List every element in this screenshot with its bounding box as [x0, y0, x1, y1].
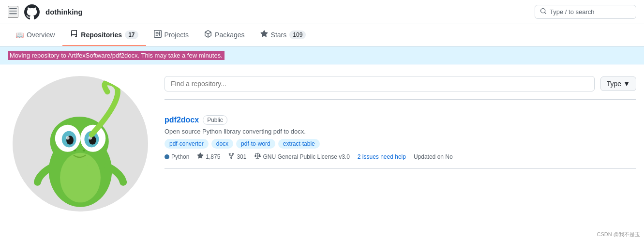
- repo-forks[interactable]: 301: [228, 152, 246, 161]
- tab-projects-label: Projects: [165, 31, 189, 39]
- repo-issues: 2 issues need help: [358, 153, 406, 160]
- tab-repositories-label: Repositories: [81, 31, 122, 39]
- repo-item: pdf2docx Public Open source Python libra…: [165, 107, 636, 169]
- stars-count: 1,875: [206, 153, 220, 160]
- site-header: dothinking Type / to search: [0, 0, 644, 24]
- main-content: Type ▼ pdf2docx Public Open source Pytho…: [0, 64, 644, 223]
- repo-updated: Updated on No: [414, 153, 453, 160]
- language-color-dot: [165, 154, 169, 159]
- profile-nav: 📖 Overview Repositories 17 Projects Pack…: [0, 24, 644, 46]
- search-icon: [540, 8, 547, 16]
- repo-stars[interactable]: 1,875: [197, 152, 220, 161]
- repo-name-row: pdf2docx Public: [165, 115, 636, 125]
- moving-banner: Moving repository to ArtifexSoftware/pdf…: [0, 46, 644, 64]
- repo-search-row: Type ▼: [165, 76, 636, 91]
- svg-point-12: [83, 150, 86, 151]
- fork-icon: [228, 152, 235, 161]
- license-text: GNU General Public License v3.0: [263, 153, 349, 160]
- repo-area: Type ▼ pdf2docx Public Open source Pytho…: [165, 76, 636, 212]
- svg-point-9: [66, 136, 69, 139]
- tab-overview-label: Overview: [27, 31, 55, 39]
- tab-projects[interactable]: Projects: [146, 24, 197, 46]
- github-logo: [24, 4, 40, 20]
- repo-topics: pdf-converter docx pdf-to-word extract-t…: [165, 139, 636, 149]
- header-left: dothinking: [8, 4, 83, 20]
- repo-license: GNU General Public License v3.0: [254, 152, 349, 161]
- tab-stars-label: Stars: [271, 31, 287, 39]
- hamburger-button[interactable]: [8, 6, 18, 18]
- repo-meta: Python 1,875 301: [165, 152, 636, 161]
- tab-packages[interactable]: Packages: [196, 24, 252, 46]
- repo-find-input[interactable]: [165, 76, 595, 91]
- type-button[interactable]: Type ▼: [600, 76, 636, 91]
- svg-point-11: [74, 150, 76, 151]
- license-icon: [254, 152, 261, 161]
- search-placeholder-text: Type / to search: [550, 8, 595, 15]
- tab-repositories[interactable]: Repositories 17: [62, 24, 146, 46]
- topic-pdf-converter[interactable]: pdf-converter: [165, 139, 209, 149]
- issues-text[interactable]: 2 issues need help: [358, 153, 406, 160]
- tab-overview[interactable]: 📖 Overview: [8, 25, 62, 45]
- repo-language: Python: [165, 153, 189, 160]
- repo-divider: [165, 99, 636, 100]
- avatar-area: [8, 76, 153, 212]
- stars-badge: 109: [289, 30, 306, 39]
- repositories-badge: 17: [125, 30, 138, 39]
- repo-description: Open source Python library converting pd…: [165, 128, 636, 135]
- tab-stars[interactable]: Stars 109: [253, 24, 314, 46]
- type-dropdown-arrow: ▼: [623, 80, 630, 88]
- packages-icon: [204, 30, 212, 39]
- repo-name-link[interactable]: pdf2docx: [165, 116, 199, 124]
- stars-icon: [260, 30, 268, 39]
- topic-pdf-to-word[interactable]: pdf-to-word: [236, 139, 275, 149]
- forks-count: 301: [237, 153, 246, 160]
- svg-point-13: [60, 153, 101, 203]
- tab-packages-label: Packages: [215, 31, 244, 39]
- repo-visibility-badge: Public: [203, 115, 227, 125]
- repositories-icon: [70, 30, 78, 39]
- topic-docx[interactable]: docx: [211, 139, 233, 149]
- type-button-label: Type: [607, 80, 621, 88]
- overview-icon: 📖: [15, 31, 24, 39]
- moving-banner-text: Moving repository to ArtifexSoftware/pdf…: [8, 51, 225, 60]
- language-label: Python: [171, 153, 189, 160]
- search-box[interactable]: Type / to search: [535, 5, 636, 19]
- header-right: Type / to search: [535, 5, 636, 19]
- avatar: [13, 76, 148, 212]
- topic-extract-table[interactable]: extract-table: [278, 139, 320, 149]
- star-icon: [197, 152, 204, 161]
- updated-text: Updated on No: [414, 153, 453, 160]
- username-label: dothinking: [45, 8, 83, 16]
- projects-icon: [154, 30, 162, 39]
